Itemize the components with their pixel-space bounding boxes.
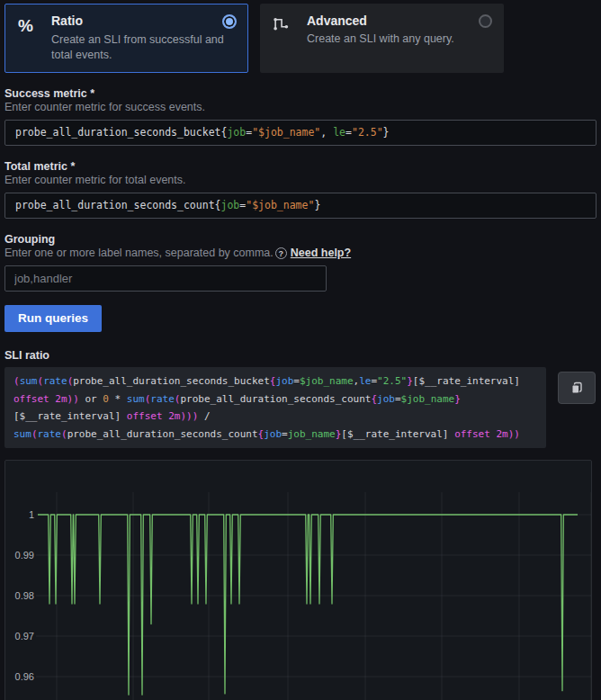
total-metric-group: Total metric * Enter counter metric for … [4, 160, 597, 219]
sli-type-card-ratio[interactable]: % Ratio Create an SLI from successful an… [4, 4, 248, 73]
total-metric-label: Total metric * [4, 160, 597, 174]
query-line: sum(rate(probe_all_duration_seconds_coun… [13, 426, 537, 444]
svg-text:1: 1 [29, 509, 34, 520]
svg-text:0.99: 0.99 [15, 550, 34, 561]
sli-editor-page: % Ratio Create an SLI from successful an… [0, 0, 601, 700]
sli-ratio-label: SLI ratio [4, 349, 597, 362]
advanced-radio-unselected[interactable] [479, 14, 492, 28]
svg-text:0.97: 0.97 [15, 631, 34, 642]
sli-type-cards: % Ratio Create an SLI from successful an… [4, 4, 597, 73]
advanced-card-title: Advanced [307, 13, 367, 28]
copy-icon [570, 381, 584, 395]
query-line: (sum(rate(probe_all_duration_seconds_buc… [13, 372, 537, 390]
total-metric-help: Enter counter metric for total events. [4, 174, 597, 187]
sli-ratio-chart-panel: 10.990.980.970.96 [4, 460, 592, 700]
sli-ratio-query: (sum(rate(probe_all_duration_seconds_buc… [4, 367, 546, 448]
sli-type-card-advanced[interactable]: Advanced Create an SLI with any query. [260, 4, 504, 73]
svg-text:0.98: 0.98 [15, 590, 34, 601]
advanced-card-description: Create an SLI with any query. [307, 31, 492, 47]
ratio-card-title: Ratio [51, 13, 83, 28]
success-metric-help: Enter counter metric for success events. [4, 101, 597, 114]
copy-query-button[interactable] [558, 372, 596, 404]
success-metric-group: Success metric * Enter counter metric fo… [4, 87, 597, 146]
run-queries-button[interactable]: Run queries [4, 305, 102, 332]
ratio-radio-selected[interactable] [222, 14, 237, 29]
percent-icon: % [18, 13, 40, 63]
total-metric-input[interactable]: probe_all_duration_seconds_count{job="$j… [4, 193, 597, 219]
sli-ratio-section: SLI ratio (sum(rate(probe_all_duration_s… [4, 349, 597, 448]
grouping-input[interactable] [4, 265, 327, 292]
grouping-help: Enter one or more label names, separated… [4, 247, 597, 260]
grouping-group: Grouping Enter one or more label names, … [4, 233, 597, 292]
sli-chart-svg: 10.990.980.970.96 [5, 461, 591, 700]
query-line: offset 2m)) or 0 * sum(rate(probe_all_du… [13, 390, 537, 408]
need-help-link[interactable]: Need help? [291, 247, 351, 260]
question-circle-icon[interactable]: ? [275, 247, 287, 259]
success-metric-label: Success metric * [4, 87, 597, 101]
ratio-card-description: Create an SLI from successful and total … [51, 32, 237, 63]
query-line: [$__rate_interval] offset 2m))) / [13, 408, 537, 426]
grouping-label: Grouping [4, 233, 597, 247]
svg-text:0.96: 0.96 [15, 671, 34, 682]
success-metric-input[interactable]: probe_all_duration_seconds_bucket{job="$… [4, 120, 597, 146]
step-line-icon [274, 13, 295, 63]
